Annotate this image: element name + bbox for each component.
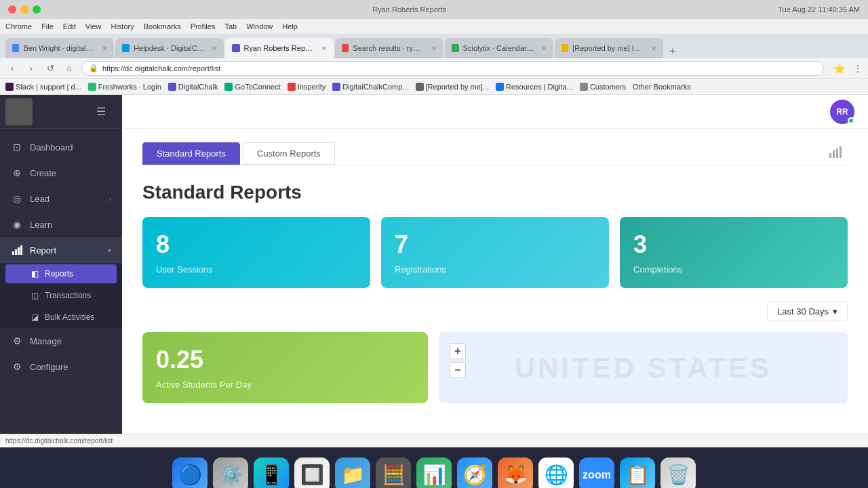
map-zoom-in-button[interactable]: +	[450, 343, 466, 359]
svg-rect-2	[18, 247, 20, 255]
dock-launchpad[interactable]: 🔲	[294, 458, 330, 489]
forward-button[interactable]: ›	[24, 62, 38, 75]
browser-tab-2[interactable]: Ryan Roberts Reports ✕	[225, 38, 334, 58]
address-box[interactable]: 🔒 https://dc.digitalchalk.com/report/lis…	[81, 61, 824, 76]
menu-bookmarks[interactable]: Bookmarks	[144, 22, 181, 30]
browser-tabs-bar: Ben Wright · digitalchal... ✕ Helpdesk ·…	[0, 34, 868, 58]
home-button[interactable]: ⌂	[62, 62, 76, 75]
status-bar: https://dc.digitalchalk.com/report/list	[0, 434, 868, 447]
bookmark-digitalchalk[interactable]: DigitalChalk	[168, 83, 218, 91]
tab-custom-reports[interactable]: Custom Reports	[243, 142, 335, 165]
report-expand-icon: ▾	[108, 247, 111, 254]
dock-numbers[interactable]: 📊	[416, 458, 452, 489]
sidebar-item-configure[interactable]: ⚙ Configure	[0, 354, 122, 380]
sidebar-item-lead[interactable]: ◎ Lead ›	[0, 186, 122, 211]
menu-history[interactable]: History	[111, 22, 134, 30]
bookmark-freshworks[interactable]: Freshworks · Login	[88, 83, 161, 91]
menu-profiles[interactable]: Profiles	[191, 22, 216, 30]
dock-calculator[interactable]: 🧮	[376, 458, 411, 489]
new-tab-button[interactable]: ＋	[667, 44, 678, 58]
page-title: Standard Reports	[142, 182, 848, 203]
menu-help[interactable]: Help	[282, 22, 298, 30]
browser-tab-3[interactable]: Search results · ryan.ro... ✕	[335, 38, 443, 58]
lead-expand-icon: ›	[109, 195, 111, 203]
tab-close-3[interactable]: ✕	[431, 45, 437, 52]
tab-close-4[interactable]: ✕	[541, 45, 547, 52]
bookmark-other[interactable]: Other Bookmarks	[633, 83, 691, 91]
dock-zoom[interactable]: zoom	[579, 458, 614, 489]
bookmark-insperity[interactable]: Insperity	[288, 83, 326, 91]
dock-files[interactable]: 📁	[335, 458, 370, 489]
bookmark-customers[interactable]: Customers	[580, 83, 626, 91]
more-button[interactable]: ⋮	[853, 63, 863, 74]
dock-finder[interactable]: 🔵	[172, 458, 208, 489]
reload-button[interactable]: ↺	[43, 62, 57, 75]
svg-rect-3	[20, 245, 22, 255]
sidebar-item-report[interactable]: Report ▾	[0, 237, 122, 263]
active-students-card: 0.25 Active Students Per Day	[142, 332, 428, 403]
back-button[interactable]: ‹	[5, 62, 19, 75]
browser-tab-5[interactable]: [Reported by me] Issue... ✕	[555, 38, 663, 58]
menu-edit[interactable]: Edit	[63, 22, 76, 30]
user-sessions-label: User Sessions	[156, 264, 357, 274]
close-button[interactable]	[8, 5, 16, 14]
browser-tab-4[interactable]: Sciolytix · Calendar · A... ✕	[445, 38, 553, 58]
svg-rect-7	[840, 146, 842, 158]
sidebar-toggle-button[interactable]: ☰	[91, 102, 111, 122]
dock-safari[interactable]: 🧭	[457, 458, 492, 489]
traffic-lights[interactable]	[8, 5, 41, 14]
tab-standard-reports[interactable]: Standard Reports	[142, 142, 240, 165]
bookmark-gotoconnect[interactable]: GoToConnect	[224, 83, 280, 91]
bookmark-resources[interactable]: Resources | Digita...	[496, 83, 573, 91]
sidebar-item-reports[interactable]: ◧ Reports	[5, 264, 117, 283]
browser-tab-1[interactable]: Helpdesk · DigitalChalk ✕	[115, 38, 224, 58]
sidebar-item-transactions[interactable]: ◫ Transactions	[0, 285, 122, 306]
map-zoom-out-button[interactable]: −	[450, 362, 466, 378]
tab-close-2[interactable]: ✕	[321, 45, 327, 52]
stat-cards: 8 User Sessions 7 Registrations 3 Comple…	[142, 217, 848, 288]
menu-file[interactable]: File	[41, 22, 54, 30]
tab-close-1[interactable]: ✕	[212, 45, 217, 52]
dock-migration[interactable]: 📋	[620, 458, 655, 489]
bookmark-slack[interactable]: Slack | support | d...	[5, 83, 81, 91]
extensions-button[interactable]: ⭐	[833, 63, 845, 74]
minimize-button[interactable]	[20, 5, 28, 14]
active-students-number: 0.25	[156, 346, 414, 374]
chrome-bar: Ryan Roberts Reports Tue Aug 22 11:40:35…	[0, 0, 868, 95]
sidebar-item-dashboard[interactable]: ⊡ Dashboard	[0, 134, 122, 160]
menu-window[interactable]: Window	[246, 22, 273, 30]
svg-rect-5	[833, 150, 835, 158]
menu-view[interactable]: View	[85, 22, 102, 30]
date-filter-button[interactable]: Last 30 Days ▾	[767, 302, 848, 321]
top-bar: RR	[122, 95, 868, 129]
dashboard-icon: ⊡	[11, 141, 23, 153]
svg-rect-1	[15, 249, 17, 255]
bookmark-reported[interactable]: [Reported by me]...	[416, 83, 490, 91]
active-students-label: Active Students Per Day	[156, 380, 414, 390]
sidebar-item-manage[interactable]: ⚙ Manage	[0, 328, 122, 354]
dock-chrome[interactable]: 🌐	[538, 458, 574, 489]
dock-firefox[interactable]: 🦊	[498, 458, 533, 489]
bookmark-dccomp[interactable]: DigitalChalkComp...	[332, 83, 408, 91]
maximize-button[interactable]	[33, 5, 41, 14]
menu-chrome[interactable]: Chrome	[5, 22, 32, 30]
tab-close-5[interactable]: ✕	[651, 45, 656, 52]
sidebar-item-create[interactable]: ⊕ Create	[0, 160, 122, 186]
avatar[interactable]: RR	[830, 100, 854, 124]
dock-settings[interactable]: ⚙️	[213, 458, 248, 489]
sidebar-item-learn[interactable]: ◉ Learn	[0, 211, 122, 237]
sidebar-item-bulk-activities[interactable]: ◪ Bulk Activities	[0, 306, 122, 328]
chevron-down-icon: ▾	[833, 306, 837, 317]
dock-trash[interactable]: 🗑️	[660, 458, 696, 489]
report-tabs: Standard Reports Custom Reports	[142, 142, 848, 165]
logo-image	[5, 98, 33, 125]
transactions-sub-icon: ◫	[30, 291, 39, 300]
tab-close-0[interactable]: ✕	[102, 45, 107, 52]
menu-tab[interactable]: Tab	[224, 22, 237, 30]
configure-icon: ⚙	[11, 361, 23, 373]
svg-rect-0	[12, 251, 14, 255]
browser-tab-0[interactable]: Ben Wright · digitalchal... ✕	[5, 38, 114, 58]
dock-appstore[interactable]: 📱	[254, 458, 289, 489]
chart-icon[interactable]	[823, 142, 848, 165]
create-icon: ⊕	[11, 167, 23, 179]
